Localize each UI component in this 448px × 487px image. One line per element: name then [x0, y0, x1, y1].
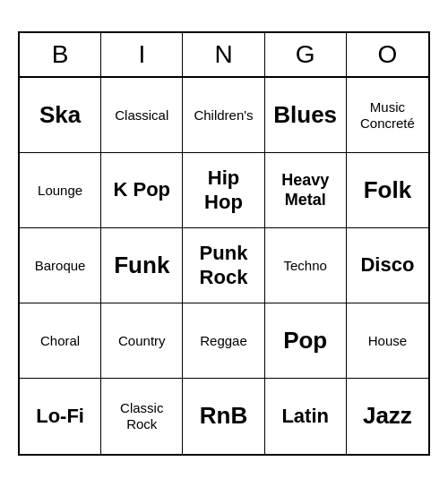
header-letter: O — [347, 33, 428, 76]
bingo-cell: Heavy Metal — [265, 153, 347, 228]
bingo-cell: Jazz — [347, 379, 428, 454]
bingo-cell: K Pop — [101, 153, 183, 228]
bingo-cell: Choral — [20, 303, 101, 379]
bingo-card: BINGO SkaClassicalChildren'sBluesMusic C… — [18, 31, 430, 456]
bingo-cell: Baroque — [20, 228, 101, 303]
bingo-cell: Pop — [265, 303, 347, 379]
bingo-header: BINGO — [20, 33, 428, 78]
bingo-cell: Folk — [347, 153, 428, 228]
bingo-cell: Disco — [347, 228, 428, 303]
bingo-cell: Reggae — [183, 303, 264, 379]
bingo-cell: Latin — [265, 379, 347, 454]
bingo-cell: Children's — [183, 78, 264, 153]
bingo-grid: SkaClassicalChildren'sBluesMusic Concret… — [20, 78, 428, 454]
bingo-cell: House — [347, 303, 428, 379]
bingo-cell: Classic Rock — [101, 379, 183, 454]
bingo-cell: Country — [101, 303, 183, 379]
bingo-cell: Techno — [265, 228, 347, 303]
bingo-cell: Funk — [101, 228, 183, 303]
header-letter: I — [101, 33, 183, 76]
bingo-cell: Music Concreté — [347, 78, 428, 153]
bingo-cell: Classical — [101, 78, 183, 153]
bingo-cell: Lounge — [20, 153, 101, 228]
bingo-cell: RnB — [183, 379, 264, 454]
bingo-cell: Lo-Fi — [20, 379, 101, 454]
bingo-cell: Hip Hop — [183, 153, 264, 228]
header-letter: G — [265, 33, 347, 76]
bingo-cell: Punk Rock — [183, 228, 264, 303]
bingo-cell: Blues — [265, 78, 347, 153]
bingo-cell: Ska — [20, 78, 101, 153]
header-letter: N — [183, 33, 264, 76]
header-letter: B — [20, 33, 101, 76]
